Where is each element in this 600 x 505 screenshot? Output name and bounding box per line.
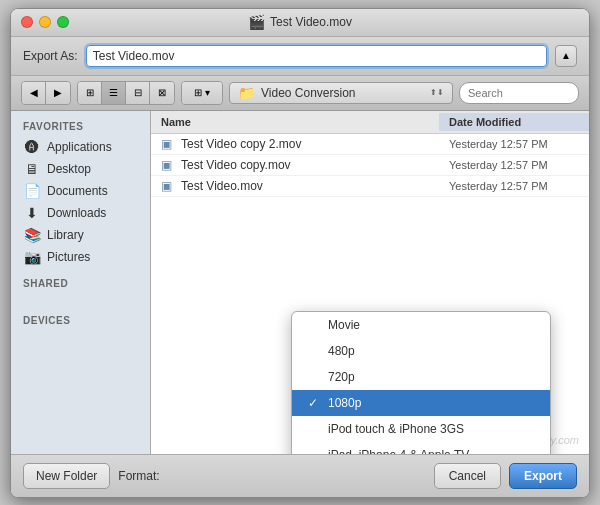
close-button[interactable]: [21, 16, 33, 28]
dropdown-item-720p[interactable]: 720p: [292, 364, 550, 390]
dropdown-item-1080p[interactable]: ✓ 1080p: [292, 390, 550, 416]
file-icon: ▣: [151, 137, 181, 151]
sidebar-item-downloads[interactable]: ⬇ Downloads: [11, 202, 150, 224]
arrange-group: ⊞ ▾: [181, 81, 223, 105]
folder-arrow-icon: ⬆⬇: [430, 88, 444, 97]
traffic-lights: [21, 16, 69, 28]
dropdown-item-label: 720p: [328, 370, 355, 384]
file-name: Test Video.mov: [181, 179, 439, 193]
file-name: Test Video copy 2.mov: [181, 137, 439, 151]
format-dropdown: Movie 480p 720p ✓ 1080p iPod touch & iPh…: [291, 311, 551, 454]
documents-icon: 📄: [23, 183, 41, 199]
nav-bar: ◀ ▶ ⊞ ☰ ⊟ ⊠ ⊞ ▾ 📁 Video Conversion ⬆⬇: [11, 76, 589, 111]
main-pane: Name Date Modified ▣ Test Video copy 2.m…: [151, 111, 589, 454]
icon-view-button[interactable]: ⊞: [78, 82, 102, 104]
table-row[interactable]: ▣ Test Video copy 2.mov Yesterday 12:57 …: [151, 134, 589, 155]
sidebar-item-desktop[interactable]: 🖥 Desktop: [11, 158, 150, 180]
content-area: FAVORITES 🅐 Applications 🖥 Desktop 📄 Doc…: [11, 111, 589, 454]
file-name: Test Video copy.mov: [181, 158, 439, 172]
minimize-button[interactable]: [39, 16, 51, 28]
list-view-button[interactable]: ☰: [102, 82, 126, 104]
library-icon: 📚: [23, 227, 41, 243]
sidebar: FAVORITES 🅐 Applications 🖥 Desktop 📄 Doc…: [11, 111, 151, 454]
favorites-label: FAVORITES: [11, 119, 150, 136]
bottom-bar: New Folder Format: Cancel Export: [11, 454, 589, 497]
dropdown-item-movie[interactable]: Movie: [292, 312, 550, 338]
expand-icon: ▲: [561, 50, 571, 61]
forward-button[interactable]: ▶: [46, 82, 70, 104]
sidebar-item-label: Applications: [47, 140, 112, 154]
back-button[interactable]: ◀: [22, 82, 46, 104]
sidebar-item-applications[interactable]: 🅐 Applications: [11, 136, 150, 158]
nav-arrows: ◀ ▶: [21, 81, 71, 105]
check-icon: ✓: [308, 396, 322, 410]
dropdown-item-label: 480p: [328, 344, 355, 358]
search-input[interactable]: [459, 82, 579, 104]
dropdown-item-480p[interactable]: 480p: [292, 338, 550, 364]
title-icon: 🎬: [248, 14, 265, 30]
dropdown-item-label: Movie: [328, 318, 360, 332]
devices-label: DEVICES: [11, 313, 150, 330]
sidebar-item-label: Downloads: [47, 206, 106, 220]
table-row[interactable]: ▣ Test Video.mov Yesterday 12:57 PM: [151, 176, 589, 197]
dropdown-item-ipad[interactable]: iPad, iPhone 4 & Apple TV: [292, 442, 550, 454]
sidebar-item-label: Desktop: [47, 162, 91, 176]
desktop-icon: 🖥: [23, 161, 41, 177]
folder-dropdown[interactable]: 📁 Video Conversion ⬆⬇: [229, 82, 453, 104]
shared-label: SHARED: [11, 276, 150, 293]
arrange-button[interactable]: ⊞ ▾: [182, 82, 222, 104]
cover-view-button[interactable]: ⊠: [150, 82, 174, 104]
export-button[interactable]: Export: [509, 463, 577, 489]
file-date: Yesterday 12:57 PM: [439, 180, 589, 192]
sidebar-item-pictures[interactable]: 📷 Pictures: [11, 246, 150, 268]
file-date: Yesterday 12:57 PM: [439, 138, 589, 150]
file-list-header: Name Date Modified: [151, 111, 589, 134]
file-date: Yesterday 12:57 PM: [439, 159, 589, 171]
pictures-icon: 📷: [23, 249, 41, 265]
sidebar-item-label: Documents: [47, 184, 108, 198]
sidebar-item-label: Library: [47, 228, 84, 242]
folder-icon: 📁: [238, 85, 255, 101]
export-toolbar: Export As: ▲: [11, 37, 589, 76]
export-filename-input[interactable]: [86, 45, 547, 67]
window-title: 🎬 Test Video.mov: [248, 14, 352, 30]
folder-name: Video Conversion: [261, 86, 424, 100]
table-row[interactable]: ▣ Test Video copy.mov Yesterday 12:57 PM: [151, 155, 589, 176]
sidebar-item-library[interactable]: 📚 Library: [11, 224, 150, 246]
title-text: Test Video.mov: [270, 15, 352, 29]
dropdown-item-ipod[interactable]: iPod touch & iPhone 3GS: [292, 416, 550, 442]
expand-button[interactable]: ▲: [555, 45, 577, 67]
cancel-button[interactable]: Cancel: [434, 463, 501, 489]
column-view-button[interactable]: ⊟: [126, 82, 150, 104]
applications-icon: 🅐: [23, 139, 41, 155]
new-folder-button[interactable]: New Folder: [23, 463, 110, 489]
dropdown-item-label: iPad, iPhone 4 & Apple TV: [328, 448, 469, 454]
view-buttons: ⊞ ☰ ⊟ ⊠: [77, 81, 175, 105]
maximize-button[interactable]: [57, 16, 69, 28]
file-icon: ▣: [151, 179, 181, 193]
main-window: 🎬 Test Video.mov Export As: ▲ ◀ ▶ ⊞ ☰ ⊟ …: [10, 8, 590, 498]
downloads-icon: ⬇: [23, 205, 41, 221]
col-name-header: Name: [151, 113, 439, 131]
col-date-header: Date Modified: [439, 113, 589, 131]
sidebar-item-documents[interactable]: 📄 Documents: [11, 180, 150, 202]
export-as-label: Export As:: [23, 49, 78, 63]
file-icon: ▣: [151, 158, 181, 172]
format-label: Format:: [118, 469, 159, 483]
dropdown-item-label: iPod touch & iPhone 3GS: [328, 422, 464, 436]
sidebar-item-label: Pictures: [47, 250, 90, 264]
titlebar: 🎬 Test Video.mov: [11, 9, 589, 37]
dropdown-item-label: 1080p: [328, 396, 361, 410]
